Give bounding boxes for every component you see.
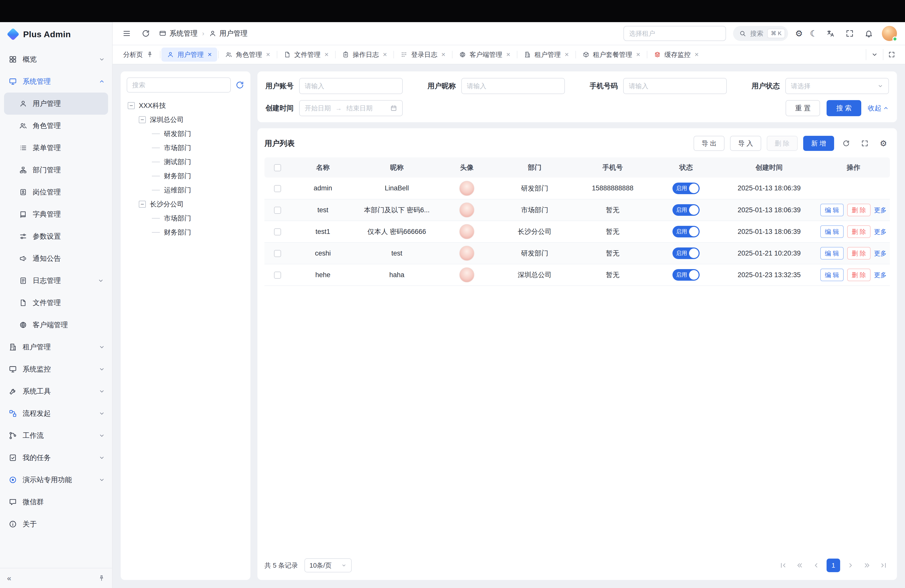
sidebar-item-my-tasks[interactable]: 我的任务: [0, 447, 112, 469]
sidebar-item-process-initiation[interactable]: 流程发起: [0, 402, 112, 424]
sidebar-item-dict-management[interactable]: 字典管理: [4, 203, 108, 225]
import-button[interactable]: 导 入: [730, 136, 761, 151]
sidebar-item-about[interactable]: 关于: [0, 513, 112, 535]
close-icon[interactable]: ×: [506, 51, 510, 59]
tree-node-leaf[interactable]: 市场部门: [127, 211, 245, 225]
row-checkbox[interactable]: [274, 272, 281, 279]
edit-button[interactable]: 编 辑: [820, 269, 844, 281]
content-fullscreen-button[interactable]: [883, 49, 900, 60]
table-fullscreen-button[interactable]: [858, 137, 871, 150]
tab-cache-monitor[interactable]: 缓存监控 ×: [648, 48, 704, 62]
row-check box[interactable]: [274, 250, 281, 257]
status-toggle[interactable]: 启用: [672, 204, 700, 216]
tab-role-management[interactable]: 角色管理 ×: [220, 48, 276, 62]
delete-row-button[interactable]: 删 除: [847, 247, 870, 259]
tree-node-branch[interactable]: − 深圳总公司: [127, 113, 245, 127]
tree-collapse-toggle[interactable]: −: [139, 116, 146, 123]
status-toggle[interactable]: 启用: [672, 226, 700, 237]
sidebar-item-user-management[interactable]: 用户管理: [4, 92, 108, 115]
sidebar-collapse-icon[interactable]: «: [7, 574, 11, 582]
user-avatar[interactable]: [882, 26, 897, 41]
date-range-picker[interactable]: 开始日期 → 结束日期: [299, 100, 403, 116]
sidebar-item-param-settings[interactable]: 参数设置: [4, 225, 108, 248]
tree-node-leaf[interactable]: 财务部门: [127, 169, 245, 183]
tab-login-log[interactable]: 登录日志 ×: [395, 48, 451, 62]
tree-node-leaf[interactable]: 研发部门: [127, 127, 245, 141]
sidebar-item-role-management[interactable]: 角色管理: [4, 115, 108, 137]
nickname-input[interactable]: [461, 78, 565, 94]
status-toggle[interactable]: 启用: [672, 183, 700, 194]
pin-icon[interactable]: [146, 51, 153, 58]
sidebar-item-system-monitor[interactable]: 系统监控: [0, 358, 112, 380]
sidebar-item-post-management[interactable]: 岗位管理: [4, 181, 108, 203]
tree-collapse-toggle[interactable]: −: [139, 201, 146, 208]
row-checkbox[interactable]: [274, 185, 281, 192]
tree-node-leaf[interactable]: 市场部门: [127, 141, 245, 155]
language-button[interactable]: [824, 27, 837, 40]
close-icon[interactable]: ×: [695, 51, 699, 59]
sidebar-item-notice[interactable]: 通知公告: [4, 248, 108, 270]
pin-icon[interactable]: [98, 575, 105, 582]
sidebar-item-demo-features[interactable]: 演示站专用功能: [0, 469, 112, 491]
last-page-button[interactable]: [877, 559, 890, 572]
edit-button[interactable]: 编 辑: [820, 204, 844, 216]
tab-list-dropdown-button[interactable]: [866, 49, 883, 60]
tree-node-leaf[interactable]: 财务部门: [127, 225, 245, 240]
page-number-current[interactable]: 1: [827, 559, 840, 572]
more-link[interactable]: 更多: [874, 227, 887, 236]
status-toggle[interactable]: 启用: [672, 248, 700, 259]
fullscreen-button[interactable]: [844, 27, 856, 40]
close-icon[interactable]: ×: [565, 51, 568, 59]
add-button[interactable]: 新 增: [803, 136, 834, 151]
delete-row-button[interactable]: 删 除: [847, 204, 870, 216]
dark-mode-button[interactable]: ☾: [810, 29, 818, 38]
notifications-button[interactable]: [863, 27, 875, 40]
sidebar-item-tenant-management[interactable]: 租户管理: [0, 336, 112, 358]
refresh-page-button[interactable]: [140, 27, 152, 40]
sidebar-item-system-tools[interactable]: 系统工具: [0, 380, 112, 402]
settings-button[interactable]: ⚙: [795, 29, 803, 38]
delete-button[interactable]: 删 除: [767, 136, 798, 151]
next-10-pages-button[interactable]: [861, 559, 873, 572]
search-button[interactable]: 搜 索: [827, 100, 861, 116]
status-select[interactable]: 请选择: [785, 78, 889, 94]
breadcrumb-item-user[interactable]: 用户管理: [209, 29, 248, 38]
delete-row-button[interactable]: 删 除: [847, 269, 870, 281]
sidebar-item-client-management[interactable]: 客户端管理: [4, 314, 108, 336]
row-checkbox[interactable]: [274, 228, 281, 235]
next-page-button[interactable]: [844, 559, 857, 572]
sidebar-item-department-management[interactable]: 部门管理: [4, 159, 108, 181]
sidebar-item-overview[interactable]: 概览: [0, 48, 112, 70]
tree-search-input[interactable]: [127, 78, 231, 92]
tree-node-root[interactable]: − XXX科技: [127, 99, 245, 113]
more-link[interactable]: 更多: [874, 206, 887, 214]
delete-row-button[interactable]: 删 除: [847, 225, 870, 238]
tab-tenant-management[interactable]: 租户管理 ×: [518, 48, 574, 62]
more-link[interactable]: 更多: [874, 249, 887, 257]
close-icon[interactable]: ×: [441, 51, 445, 59]
sidebar-item-wechat-group[interactable]: 微信群: [0, 491, 112, 513]
tenant-select[interactable]: 选择租户: [624, 26, 726, 41]
prev-page-button[interactable]: [810, 559, 822, 572]
tab-tenant-package-management[interactable]: 租户套餐管理 ×: [577, 48, 646, 62]
sidebar-item-workflow[interactable]: 工作流: [0, 424, 112, 447]
prev-10-pages-button[interactable]: [793, 559, 806, 572]
tree-collapse-toggle[interactable]: −: [128, 102, 135, 109]
tree-node-leaf[interactable]: 测试部门: [127, 155, 245, 169]
tab-user-management[interactable]: 用户管理 ×: [161, 48, 217, 62]
tab-file-management[interactable]: 文件管理 ×: [278, 48, 334, 62]
first-page-button[interactable]: [777, 559, 789, 572]
reset-button[interactable]: 重 置: [786, 100, 820, 116]
close-icon[interactable]: ×: [208, 51, 212, 59]
tree-node-leaf[interactable]: 运维部门: [127, 183, 245, 197]
edit-button[interactable]: 编 辑: [820, 247, 844, 259]
breadcrumb-item-system[interactable]: 系统管理: [159, 29, 198, 38]
close-icon[interactable]: ×: [383, 51, 387, 59]
table-refresh-button[interactable]: [840, 137, 853, 150]
page-size-select[interactable]: 10条/页: [305, 558, 352, 572]
status-toggle[interactable]: 启用: [672, 269, 700, 281]
tab-analysis[interactable]: 分析页: [117, 48, 159, 62]
tab-operation-log[interactable]: 操作日志 ×: [337, 48, 392, 62]
phone-input[interactable]: [623, 78, 727, 94]
tree-node-branch[interactable]: − 长沙分公司: [127, 197, 245, 211]
